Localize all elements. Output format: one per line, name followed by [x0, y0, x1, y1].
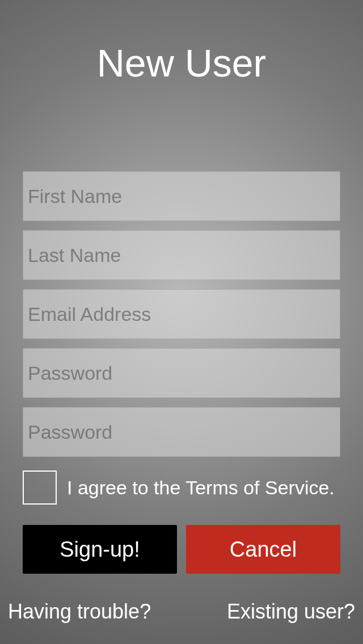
cancel-button[interactable]: Cancel — [186, 525, 340, 574]
email-field[interactable] — [23, 289, 340, 339]
trouble-link[interactable]: Having trouble? — [8, 600, 151, 624]
page-title: New User — [23, 0, 340, 85]
terms-label: I agree to the Terms of Service. — [67, 477, 335, 499]
existing-user-link[interactable]: Existing user? — [227, 600, 355, 624]
terms-checkbox[interactable] — [23, 471, 57, 505]
button-row: Sign-up! Cancel — [23, 525, 340, 574]
last-name-field[interactable] — [23, 230, 340, 280]
first-name-field[interactable] — [23, 171, 340, 221]
signup-form: I agree to the Terms of Service. Sign-up… — [23, 171, 340, 574]
signup-button[interactable]: Sign-up! — [23, 525, 177, 574]
signup-screen: New User I agree to the Terms of Service… — [0, 0, 363, 644]
terms-row: I agree to the Terms of Service. — [23, 471, 340, 505]
footer-links: Having trouble? Existing user? — [8, 600, 355, 624]
password-field[interactable] — [23, 348, 340, 398]
password-confirm-field[interactable] — [23, 407, 340, 457]
